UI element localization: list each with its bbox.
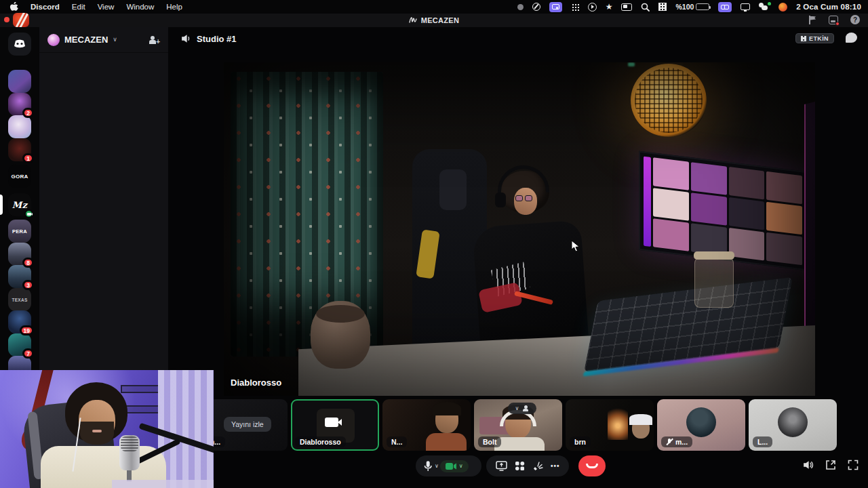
popout-player-icon[interactable] [825,460,836,470]
titlebar-title: MECAZEN [421,16,460,24]
main-header: Studio #1 ETKİN [168,27,868,50]
screen-share-active-icon[interactable] [549,2,562,12]
server-icon-1[interactable] [8,70,31,93]
voice-controls-secondary: ••• [486,455,569,476]
disconnect-button[interactable] [578,455,606,476]
shortcuts-star-icon[interactable]: ★ [606,3,613,11]
participant-tiles-strip: Yayını izle m... Diablorosso N... ∨ Bolt [199,399,837,451]
screen-share-button[interactable] [496,461,507,471]
discord-titlebar: MECAZEN ? [0,14,868,27]
speaker-icon [180,33,191,44]
server-name: MECAZEN [64,35,108,45]
server-badge: 3 [22,280,34,290]
server-icon-gora[interactable]: GORA [8,165,31,188]
mic-options-chevron[interactable]: ∨ [435,463,439,469]
stage-manager-active-icon[interactable] [718,2,732,12]
battery-indicator[interactable]: %100 [675,3,709,11]
server-icon-11[interactable]: 19 [8,310,31,333]
media-play-icon[interactable] [588,3,597,12]
server-header[interactable]: MECAZEN ∨ [39,27,168,53]
facecam-overlay [0,370,214,488]
unread-dot [835,22,840,26]
stream-volume-icon[interactable] [802,460,814,470]
tile-bolt[interactable]: ∨ Bolt [474,399,562,451]
watch-stream-button[interactable]: Yayını izle [224,417,271,432]
invite-plus-icon[interactable]: + [156,38,160,45]
launchpad-grid-icon[interactable] [571,3,579,11]
user-switch-icon[interactable] [759,3,770,11]
display-settings-icon[interactable] [741,3,750,10]
tile-brn[interactable]: brn [566,399,654,451]
app-status-icon[interactable] [778,3,787,12]
open-chat-icon[interactable] [846,33,857,43]
server-icon-9[interactable]: 3 [8,265,31,288]
server-icon-texas[interactable]: TEXAS [8,288,31,311]
menu-item-help[interactable]: Help [166,3,182,11]
menu-item-discord[interactable]: Discord [31,3,60,11]
menu-item-edit[interactable]: Edit [72,3,85,11]
tile-l[interactable]: L... [749,399,837,451]
server-icon-3[interactable] [8,115,31,138]
server-icon-2[interactable]: 2 [8,93,31,116]
menu-item-view[interactable]: View [98,3,115,11]
camera-button-active[interactable]: ∨ [440,460,469,472]
server-icon-12[interactable]: 7 [8,333,31,357]
camera-options-chevron[interactable]: ∨ [459,463,463,469]
spotlight-search-icon[interactable] [641,3,650,12]
help-icon[interactable]: ? [850,15,860,24]
server-badge: 7 [22,348,34,359]
wall-shelf [121,385,160,393]
streaming-camera-badge [24,209,33,218]
menu-item-window[interactable]: Window [126,3,154,11]
menu-bar-clock[interactable]: 2 Oca Cum 08:10 [796,3,861,11]
window-close-button[interactable] [4,17,9,22]
wall-shelf [125,405,160,413]
profile-icon [522,405,529,411]
activities-button[interactable] [515,461,525,471]
qr-scanner-icon[interactable] [658,3,667,11]
wallet-card-icon[interactable] [621,3,632,11]
server-icon-home[interactable] [8,33,31,56]
server-avatar [47,34,60,46]
server-badge: 8 [22,258,34,268]
server-icon-mecazen[interactable]: Mz [8,193,31,216]
green-led [628,62,635,66]
tile-n[interactable]: N... [382,399,471,451]
active-server-indicator [0,195,3,215]
more-options-button[interactable]: ••• [551,462,560,470]
stage-video-diablorosso[interactable]: Diablorosso [224,62,815,396]
mouse-cursor [571,240,580,252]
battery-percent: %100 [675,3,694,11]
microphone-button[interactable] [422,460,433,472]
channel-title: Studio #1 [197,34,237,44]
condenser-microphone [119,435,140,470]
soundboard-button[interactable] [532,461,543,471]
desk-edge [112,480,214,488]
server-icon-8[interactable]: 8 [8,243,31,266]
person-beard [80,422,114,445]
voice-channel-main: Studio #1 ETKİN [168,27,868,488]
server-icon-4[interactable]: 1 [8,138,31,161]
headset [498,165,549,192]
titlebar-server-logo-icon [409,16,417,24]
server-icon-pera[interactable]: PERA [8,220,31,243]
record-status-icon[interactable] [517,4,524,10]
tile-hover-menu[interactable]: ∨ [508,403,536,414]
camera-icon [446,462,457,470]
network-globe-icon[interactable] [532,3,540,11]
notifications-flag-icon[interactable] [808,16,816,24]
christmas-tree-glow [608,405,628,440]
person-mouth [92,430,102,432]
glasses [515,195,536,202]
glass-jar [694,258,734,308]
second-monitor-edge [804,102,815,328]
activity-active-badge[interactable]: ETKİN [795,33,834,43]
mic-muted-icon [666,439,673,446]
tile-m-muted[interactable]: m... [657,399,745,451]
honeycomb-lamp [631,64,707,137]
server-badge: 19 [20,325,34,336]
inbox-icon[interactable] [829,16,838,24]
fullscreen-icon[interactable] [848,460,859,470]
tile-diablorosso[interactable]: Diablorosso [291,399,379,451]
apple-menu-icon[interactable] [9,2,18,12]
